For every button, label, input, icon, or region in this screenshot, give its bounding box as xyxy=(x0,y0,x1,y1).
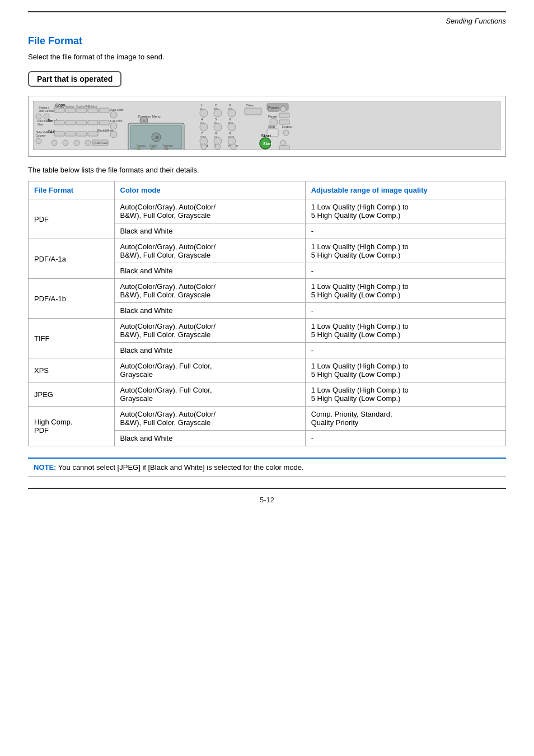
svg-point-30 xyxy=(36,138,41,144)
device-svg: Status / Job Cancel Copy Address Address… xyxy=(33,101,501,150)
svg-point-39 xyxy=(74,140,79,146)
table-row-format: PDF xyxy=(29,199,115,239)
svg-point-37 xyxy=(51,140,57,146)
svg-point-60 xyxy=(200,109,208,117)
svg-rect-32 xyxy=(65,132,76,136)
table-row-color: Auto(Color/Gray), Auto(Color/ B&W), Full… xyxy=(114,239,305,263)
svg-rect-34 xyxy=(88,132,98,136)
table-row-format: TIFF xyxy=(29,319,115,358)
svg-text:Counter: Counter xyxy=(36,134,46,137)
device-image: Status / Job Cancel Copy Address Address… xyxy=(28,96,506,157)
table-row-quality: 1 Low Quality (High Comp.) to 5 High Qua… xyxy=(305,358,505,382)
col-header-color: Color mode xyxy=(114,181,305,199)
svg-point-79 xyxy=(214,123,222,131)
svg-point-86 xyxy=(283,130,289,136)
svg-text:Reset: Reset xyxy=(268,115,277,118)
col-header-format: File Format xyxy=(29,181,115,199)
table-row-format: PDF/A-1a xyxy=(29,239,115,279)
page-wrapper: Sending Functions File Format Select the… xyxy=(0,0,534,756)
table-row-color: Auto(Color/Gray), Auto(Color/ B&W), Full… xyxy=(114,199,305,223)
svg-rect-22 xyxy=(77,120,87,125)
svg-point-82 xyxy=(228,123,236,131)
table-row-quality: 1 Low Quality (High Comp.) to 5 High Qua… xyxy=(305,279,505,303)
svg-point-16 xyxy=(110,111,117,118)
table-row-format: XPS xyxy=(29,358,115,382)
svg-text:Address: Address xyxy=(54,105,64,108)
svg-point-109 xyxy=(280,140,286,146)
table-row-format: PDF/A-1b xyxy=(29,279,115,319)
svg-rect-24 xyxy=(99,120,109,125)
table-row-color: Auto(Color/Gray), Auto(Color/ B&W), Full… xyxy=(114,407,305,431)
note-label: NOTE: xyxy=(34,463,56,472)
svg-point-38 xyxy=(63,140,68,146)
svg-rect-108 xyxy=(279,120,289,124)
svg-point-36 xyxy=(110,131,117,138)
svg-point-3 xyxy=(36,114,41,119)
svg-rect-7 xyxy=(65,108,76,113)
table-row-quality: 1 Low Quality (High Comp.) to 5 High Qua… xyxy=(305,382,505,407)
svg-text:Start: Start xyxy=(263,142,273,146)
svg-text:Job Cancel: Job Cancel xyxy=(39,109,54,113)
svg-rect-107 xyxy=(279,113,289,118)
svg-text:Logout: Logout xyxy=(282,125,293,128)
note-text: You cannot select [JPEG] if [Black and W… xyxy=(58,463,304,472)
table-row-quality: 1 Low Quality (High Comp.) to 5 High Qua… xyxy=(305,199,505,223)
svg-rect-68 xyxy=(245,108,261,115)
table-row-quality: 1 Low Quality (High Comp.) to 5 High Qua… xyxy=(305,319,505,343)
svg-text:Clear: Clear xyxy=(246,104,254,107)
svg-text:Auto Color: Auto Color xyxy=(110,108,124,111)
svg-text:Black&White: Black&White xyxy=(97,129,114,132)
svg-point-55 xyxy=(137,147,140,150)
table-row-color: Black and White xyxy=(114,303,305,319)
svg-point-105 xyxy=(231,144,236,150)
intro-text: Select the file format of the image to s… xyxy=(28,53,506,61)
svg-rect-20 xyxy=(54,120,64,125)
col-header-quality: Adjustable range of image quality xyxy=(305,181,505,199)
part-operated-label: Part that is operated xyxy=(28,71,121,87)
svg-point-76 xyxy=(200,123,208,131)
header-title: Sending Functions xyxy=(28,17,506,25)
table-row-format: JPEG xyxy=(29,382,115,407)
svg-rect-9 xyxy=(88,108,98,113)
table-row-color: Auto(Color/Gray), Full Color, Grayscale xyxy=(114,382,305,407)
table-row-quality: - xyxy=(305,263,505,279)
svg-rect-33 xyxy=(77,132,87,136)
table-row-color: Black and White xyxy=(114,223,305,239)
table-row-color: Black and White xyxy=(114,343,305,358)
svg-text:Calibration: Calibration xyxy=(268,110,279,113)
svg-rect-21 xyxy=(65,120,76,125)
table-row-quality: - xyxy=(305,431,505,446)
table-row-quality: 1 Low Quality (High Comp.) to 5 High Qua… xyxy=(305,239,505,263)
svg-text:Stop: Stop xyxy=(268,125,275,128)
note-box: NOTE: You cannot select [JPEG] if [Black… xyxy=(28,458,506,477)
svg-rect-110 xyxy=(279,146,289,150)
svg-text:☺: ☺ xyxy=(142,119,146,123)
svg-text:Or More: Or More xyxy=(88,105,97,108)
svg-point-103 xyxy=(215,144,221,150)
svg-text:Quick Save: Quick Save xyxy=(93,141,108,144)
svg-text:⊕: ⊕ xyxy=(155,135,159,140)
svg-point-100 xyxy=(201,144,207,150)
table-row-color: Auto(Color/Gray), Full Color, Grayscale xyxy=(114,358,305,382)
section-title: File Format xyxy=(28,35,506,47)
svg-point-40 xyxy=(85,140,91,146)
svg-rect-6 xyxy=(54,108,64,113)
svg-text:Address: Address xyxy=(65,105,74,108)
svg-text:Quality: Quality xyxy=(149,144,158,147)
bottom-rule xyxy=(28,488,506,489)
svg-point-57 xyxy=(165,147,168,150)
table-row-format: High Comp. PDF xyxy=(29,407,115,446)
svg-text:Process: Process xyxy=(137,144,146,147)
table-description: The table below lists the file formats a… xyxy=(28,166,506,174)
svg-rect-23 xyxy=(88,120,98,125)
table-row-color: Auto(Color/Gray), Auto(Color/ B&W), Full… xyxy=(114,319,305,343)
table-row-quality: - xyxy=(305,343,505,358)
svg-rect-31 xyxy=(54,132,64,136)
svg-point-66 xyxy=(228,109,236,117)
svg-rect-10 xyxy=(99,108,109,113)
table-row-quality: - xyxy=(305,223,505,239)
table-row-quality: Comp. Priority, Standard, Quality Priori… xyxy=(305,407,505,431)
svg-text:Full Color: Full Color xyxy=(110,119,123,123)
table-row-color: Auto(Color/Gray), Auto(Color/ B&W), Full… xyxy=(114,279,305,303)
svg-text:Size: Size xyxy=(38,123,43,126)
